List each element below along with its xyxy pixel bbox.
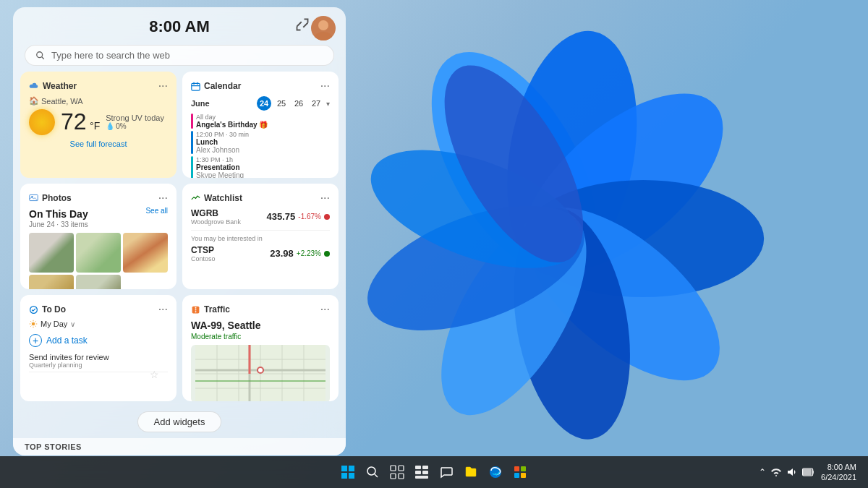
widgets-panel: 8:00 AM Type here to search the web	[13, 7, 346, 455]
todo-plus-icon: +	[29, 334, 42, 347]
taskbar-widgets[interactable]	[412, 462, 432, 482]
calendar-menu[interactable]: ···	[320, 80, 330, 92]
avatar[interactable]	[311, 16, 336, 40]
windows-flower	[304, 14, 810, 463]
svg-point-11	[315, 32, 332, 40]
todo-star-icon[interactable]: ☆	[150, 369, 159, 380]
traffic-title: Traffic	[191, 304, 230, 314]
todo-item-1[interactable]: Send invites for review Quarterly planni…	[29, 353, 168, 372]
stock-price-ctsp: 23.98 +2.23%	[270, 248, 330, 259]
svg-rect-46	[422, 466, 428, 469]
photos-see-all[interactable]: See all	[145, 207, 168, 215]
weather-menu[interactable]: ···	[158, 80, 168, 92]
svg-point-19	[195, 309, 197, 310]
todo-title: To Do	[29, 304, 66, 314]
photos-header: Photos ···	[29, 192, 168, 204]
svg-point-40	[367, 467, 375, 475]
traffic-map[interactable]	[191, 345, 330, 401]
todo-header: To Do ···	[29, 304, 168, 315]
event-bar-pink	[191, 114, 193, 129]
add-widgets-button[interactable]: Add widgets	[137, 411, 222, 432]
photos-menu[interactable]: ···	[158, 192, 168, 204]
start-button[interactable]	[338, 462, 358, 482]
taskbar-wifi-icon[interactable]	[770, 466, 782, 478]
svg-rect-41	[391, 466, 396, 471]
taskbar-search[interactable]	[362, 462, 383, 482]
cal-event-lunch: 12:00 PM · 30 min Lunch Alex Johnson	[191, 131, 330, 154]
svg-rect-44	[399, 474, 404, 479]
photos-icon	[29, 193, 38, 202]
svg-rect-39	[349, 473, 354, 479]
cloud-icon	[29, 81, 39, 91]
watchlist-title: Watchlist	[191, 193, 242, 203]
taskbar-chat[interactable]	[436, 462, 456, 482]
svg-point-18	[195, 307, 197, 309]
traffic-header: Traffic ···	[191, 304, 330, 315]
photos-subtitle: June 24 · 33 items	[29, 221, 168, 228]
svg-rect-47	[415, 471, 421, 474]
taskbar-battery-icon[interactable]	[802, 468, 815, 476]
photo-thumb-4[interactable]	[29, 275, 74, 290]
svg-point-20	[195, 311, 197, 312]
cal-events: All day Angela's Birthday 🎁 12:00 PM · 3…	[191, 114, 330, 178]
widgets-grid: Weather ··· 🏠 Seattle, WA 72 °F Strong U…	[13, 72, 346, 407]
event-bar-blue-1	[191, 131, 193, 154]
top-stories-bar: TOP STORIES	[13, 438, 346, 455]
watchlist-icon	[191, 193, 200, 202]
cal-event-birthday: All day Angela's Birthday 🎁	[191, 114, 330, 129]
cal-day-25[interactable]: 25	[274, 96, 289, 111]
taskbar-time-display[interactable]: 8:00 AM 6/24/2021	[821, 462, 856, 483]
svg-point-16	[32, 322, 35, 326]
traffic-icon	[191, 305, 200, 314]
cal-day-24[interactable]: 24	[257, 96, 271, 111]
weather-forecast-link[interactable]: See full forecast	[29, 140, 168, 148]
taskbar-task-view[interactable]	[387, 462, 407, 482]
taskbar-overflow-icon[interactable]: ⌃	[759, 467, 766, 477]
weather-main: 72 °F Strong UV today 💧 0%	[29, 108, 168, 135]
cal-chevron[interactable]: ▾	[326, 100, 330, 108]
svg-rect-53	[514, 473, 519, 478]
taskbar-store[interactable]	[510, 462, 530, 482]
svg-rect-45	[415, 466, 421, 469]
cal-day-26[interactable]: 26	[292, 96, 306, 111]
search-bar[interactable]: Type here to search the web	[25, 45, 334, 66]
todo-menu[interactable]: ···	[158, 304, 168, 315]
svg-rect-38	[341, 473, 347, 479]
svg-rect-36	[341, 466, 347, 471]
traffic-status: Moderate traffic	[191, 333, 330, 341]
expand-icon[interactable]	[295, 17, 310, 32]
event-bar-teal	[191, 156, 193, 178]
svg-rect-13	[192, 83, 200, 90]
todo-chevron[interactable]: ∨	[70, 320, 75, 328]
taskbar-volume-icon[interactable]	[786, 466, 798, 478]
weather-precip: 💧 0%	[106, 122, 164, 130]
photo-thumb-1[interactable]	[29, 233, 74, 273]
calendar-widget: Calendar ··· June 24 25 26 27 ▾	[182, 72, 339, 178]
stock-dot-pos	[324, 251, 330, 257]
cal-day-27[interactable]: 27	[309, 96, 323, 111]
svg-rect-43	[391, 474, 396, 479]
todo-my-day[interactable]: My Day ∨	[29, 320, 168, 328]
svg-rect-48	[422, 471, 428, 474]
stock-price-wgrb: 435.75 -1.67%	[267, 211, 330, 222]
cal-event-presentation: 1:30 PM · 1h Presentation Skype Meeting	[191, 156, 330, 178]
todo-add-task[interactable]: + Add a task	[29, 334, 168, 347]
photo-thumb-2[interactable]	[76, 233, 121, 273]
photo-thumb-3[interactable]	[123, 233, 168, 273]
taskbar-edge[interactable]	[485, 462, 506, 482]
weather-desc: Strong UV today 💧 0%	[106, 114, 164, 130]
watchlist-header: Watchlist ···	[191, 192, 330, 204]
svg-rect-49	[415, 476, 428, 479]
svg-rect-37	[349, 466, 354, 471]
cal-month-header: June 24 25 26 27 ▾	[191, 96, 330, 111]
traffic-menu[interactable]: ···	[320, 304, 330, 315]
search-placeholder: Type here to search the web	[51, 50, 170, 61]
taskbar-files[interactable]	[461, 462, 481, 482]
stock-dot-neg	[324, 214, 330, 220]
watchlist-menu[interactable]: ···	[320, 192, 330, 204]
taskbar: ⌃ 8:00 AM 6/24/2021	[0, 456, 868, 488]
photo-thumb-5[interactable]	[76, 275, 121, 290]
traffic-location: WA-99, Seattle	[191, 320, 330, 331]
todo-widget: To Do ··· My Day ∨ + Add a task	[20, 295, 176, 401]
stock-row-wgrb: WGRB Woodgrove Bank 435.75 -1.67%	[191, 208, 330, 231]
